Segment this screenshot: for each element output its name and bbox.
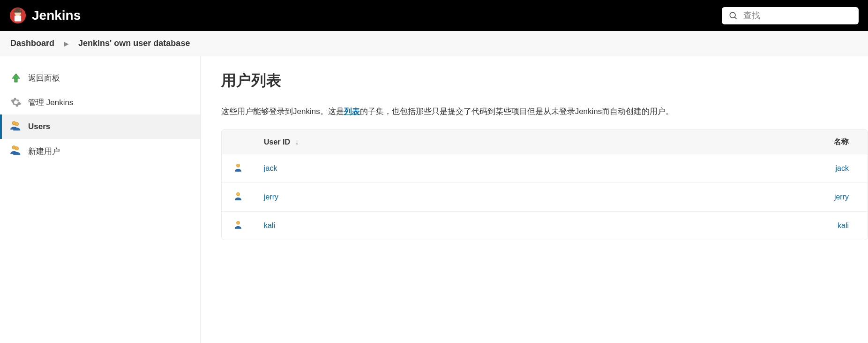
breadcrumb: Dashboard ▶ Jenkins' own user database [0, 31, 868, 56]
person-icon [233, 220, 243, 231]
sidebar-item-new-user[interactable]: 新建用户 [0, 139, 200, 163]
users-table-container: User ID ↓ 名称 jackjackjerryjerrykalikali [221, 129, 868, 240]
users-icon [10, 145, 22, 157]
sidebar-item-label: 返回面板 [28, 73, 60, 84]
arrow-up-icon [10, 72, 22, 84]
sidebar-item-label: Users [28, 122, 50, 131]
col-header-userid-label: User ID [264, 138, 290, 146]
person-icon [233, 191, 243, 203]
user-name-link[interactable]: kali [838, 221, 849, 229]
search-box[interactable] [722, 7, 859, 24]
user-id-cell: jerry [254, 183, 594, 212]
gear-icon [10, 97, 22, 108]
desc-list-link[interactable]: 列表 [344, 107, 360, 116]
desc-text-before: 这些用户能够登录到Jenkins。这是 [221, 107, 344, 116]
users-icon [10, 121, 22, 132]
user-name-link[interactable]: jerry [834, 193, 849, 201]
col-header-name[interactable]: 名称 [594, 130, 868, 154]
user-id-link[interactable]: jerry [264, 193, 278, 201]
user-avatar-cell [222, 154, 254, 183]
user-name-cell: jerry [594, 183, 868, 212]
user-avatar-cell [222, 212, 254, 240]
search-icon [728, 11, 738, 20]
jenkins-logo-icon [9, 6, 26, 25]
user-id-cell: kali [254, 212, 594, 240]
page-title: 用户列表 [221, 70, 868, 91]
breadcrumb-dashboard[interactable]: Dashboard [10, 38, 54, 48]
svg-rect-5 [15, 8, 21, 11]
sidebar-item-label: 管理 Jenkins [28, 97, 73, 108]
col-header-icon [222, 130, 254, 154]
main-content: 用户列表 这些用户能够登录到Jenkins。这是列表的子集，也包括那些只是提交了… [201, 56, 868, 343]
app-title: Jenkins [32, 8, 81, 23]
svg-rect-3 [15, 15, 21, 22]
sidebar: 返回面板 管理 Jenkins Users [0, 56, 201, 343]
sidebar-item-back[interactable]: 返回面板 [0, 66, 200, 90]
user-name-link[interactable]: jack [836, 164, 849, 172]
sidebar-item-users[interactable]: Users [0, 114, 200, 139]
sidebar-item-manage[interactable]: 管理 Jenkins [0, 90, 200, 114]
svg-point-6 [730, 12, 735, 18]
user-avatar-cell [222, 183, 254, 212]
page-description: 这些用户能够登录到Jenkins。这是列表的子集，也包括那些只是提交了代码到某些… [221, 105, 868, 118]
table-row: kalikali [222, 212, 868, 240]
header: Jenkins [0, 0, 868, 31]
table-row: jerryjerry [222, 183, 868, 212]
chevron-right-icon: ▶ [64, 40, 69, 47]
header-brand[interactable]: Jenkins [9, 6, 81, 25]
desc-text-after: 的子集，也包括那些只是提交了代码到某些项目但是从未登录Jenkins而自动创建的… [360, 107, 674, 116]
user-id-link[interactable]: jack [264, 164, 277, 172]
users-table: User ID ↓ 名称 jackjackjerryjerrykalikali [222, 130, 868, 240]
user-name-cell: kali [594, 212, 868, 240]
user-name-cell: jack [594, 154, 868, 183]
table-row: jackjack [222, 154, 868, 183]
search-input[interactable] [743, 11, 852, 21]
col-header-name-label: 名称 [834, 137, 849, 145]
svg-line-7 [734, 17, 736, 19]
sort-down-icon: ↓ [295, 138, 299, 146]
col-header-userid[interactable]: User ID ↓ [254, 130, 594, 154]
person-icon [233, 163, 243, 174]
breadcrumb-userdb[interactable]: Jenkins' own user database [78, 38, 190, 48]
user-id-link[interactable]: kali [264, 221, 275, 229]
user-id-cell: jack [254, 154, 594, 183]
sidebar-item-label: 新建用户 [28, 146, 60, 157]
